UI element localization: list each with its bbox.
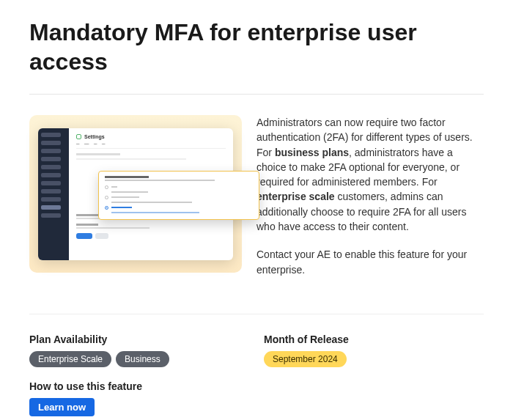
- description: Administrators can now require two facto…: [256, 115, 484, 290]
- plan-badges: Enterprise Scale Business: [29, 351, 249, 367]
- meta-row: Plan Availability Enterprise Scale Busin…: [29, 334, 484, 416]
- mock-sidebar: [38, 128, 69, 260]
- month-of-release: Month of Release September 2024: [264, 334, 484, 416]
- divider: [29, 314, 484, 314]
- divider: [29, 94, 484, 95]
- mock-settings-title: Settings: [76, 134, 226, 139]
- page-title: Mandatory MFA for enterprise user access: [29, 18, 484, 76]
- release-heading: Month of Release: [264, 334, 484, 345]
- desc-bold-business: business plans: [275, 147, 349, 158]
- plan-heading: Plan Availability: [29, 334, 249, 345]
- plan-badge-enterprise: Enterprise Scale: [29, 351, 111, 367]
- intro-row: Settings ━━ ━━━ ━━ ━━: [29, 115, 484, 290]
- illustration-card: Settings ━━ ━━━ ━━ ━━: [29, 115, 242, 273]
- mock-primary-btn: [76, 233, 92, 239]
- mock-main: Settings ━━ ━━━ ━━ ━━: [69, 128, 233, 260]
- desc-paragraph-2: Contact your AE to enable this feature f…: [256, 247, 484, 277]
- settings-window-mock: Settings ━━ ━━━ ━━ ━━: [38, 128, 233, 260]
- mock-tabs: ━━ ━━━ ━━ ━━: [76, 142, 226, 149]
- plan-badge-business: Business: [116, 351, 169, 367]
- howto-heading: How to use this feature: [29, 380, 249, 392]
- mock-2fa-callout: [98, 171, 259, 220]
- desc-paragraph-1: Administrators can now require two facto…: [256, 115, 484, 234]
- mock-secondary-btn: [95, 233, 108, 239]
- plan-availability: Plan Availability Enterprise Scale Busin…: [29, 334, 249, 416]
- desc-bold-enterprise: enterprise scale: [256, 191, 335, 202]
- release-badge: September 2024: [264, 351, 347, 367]
- gear-icon: [76, 134, 81, 139]
- learn-now-button[interactable]: Learn now: [29, 398, 95, 416]
- mock-settings-label: Settings: [84, 134, 105, 139]
